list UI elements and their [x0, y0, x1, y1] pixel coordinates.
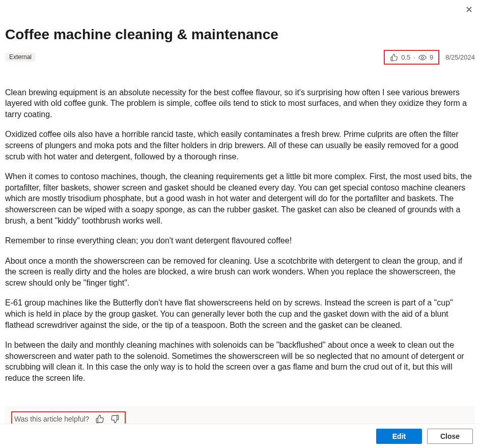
- like-icon: [390, 53, 398, 62]
- article-body: Clean brewing equipment is an absolute n…: [5, 87, 475, 384]
- article-date: 8/25/2024: [445, 53, 475, 61]
- thumbs-down-icon[interactable]: [110, 414, 120, 424]
- stat-separator: ·: [413, 53, 415, 61]
- paragraph: E-61 group machines like the Butterfly d…: [5, 297, 475, 330]
- paragraph: Remember to rinse everything clean; you …: [5, 235, 475, 246]
- helpful-prompt: Was this article helpful?: [14, 415, 89, 423]
- paragraph: Oxidized coffee oils also have a horribl…: [5, 129, 475, 162]
- edit-button[interactable]: Edit: [376, 429, 422, 444]
- stats-box: 0.5 · 9: [384, 50, 439, 65]
- page-title: Coffee machine cleaning & maintenance: [5, 26, 475, 43]
- external-badge: External: [5, 52, 36, 62]
- paragraph: About once a month the showerscreen can …: [5, 256, 475, 289]
- like-count: 0.5: [401, 53, 410, 61]
- paragraph: When it comes to contoso machines, thoug…: [5, 171, 475, 226]
- thumbs-up-icon[interactable]: [95, 414, 104, 424]
- view-count: 9: [430, 53, 433, 61]
- meta-right: 0.5 · 9 8/25/2024: [384, 50, 475, 65]
- eye-icon: [418, 53, 427, 62]
- article-scroll[interactable]: Coffee machine cleaning & maintenance Ex…: [0, 0, 480, 424]
- footer-bar: Edit Close: [0, 424, 480, 448]
- helpful-bar: Was this article helpful?: [5, 406, 475, 424]
- meta-row: External 0.5 · 9 8/25/2024: [5, 50, 475, 65]
- paragraph: Clean brewing equipment is an absolute n…: [5, 87, 475, 120]
- svg-point-0: [421, 57, 423, 59]
- paragraph: In between the daily and monthly cleanin…: [5, 340, 475, 383]
- close-button[interactable]: Close: [427, 429, 473, 444]
